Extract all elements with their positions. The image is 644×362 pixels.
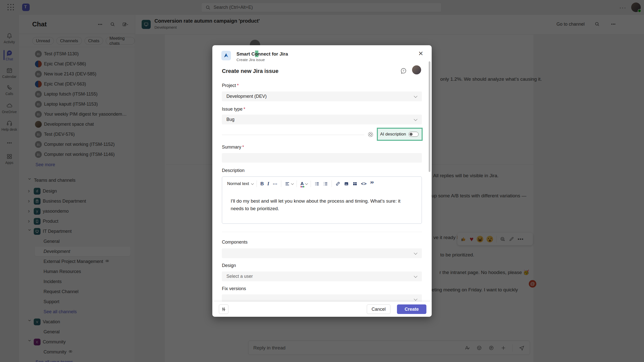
dialog-title: Create new Jira issue <box>222 68 278 74</box>
table-button[interactable] <box>352 181 357 186</box>
chevron-down-icon <box>291 182 294 185</box>
align-dropdown[interactable] <box>285 181 293 186</box>
create-jira-issue-dialog: Smart Connect for Jira Create Jira issue… <box>212 45 432 317</box>
assignee-avatar[interactable] <box>412 65 421 74</box>
editor-toolbar: Normal text B I ⋯ A <> ” <box>222 177 422 191</box>
cancel-button[interactable]: Cancel <box>367 304 390 314</box>
app-name: Smart Connect for Jira <box>236 51 288 57</box>
design-label: Design <box>222 263 236 268</box>
section-divider <box>222 135 364 135</box>
smart-connect-app-icon <box>221 51 231 60</box>
description-editor[interactable]: Normal text B I ⋯ A <> ” I'll do my best <box>222 176 422 224</box>
gear-icon[interactable] <box>367 131 374 139</box>
feedback-icon[interactable]: ? <box>400 67 407 75</box>
create-button[interactable]: Create <box>397 304 426 314</box>
ai-description-toggle[interactable] <box>409 132 419 137</box>
section-divider <box>222 232 422 232</box>
components-label: Components <box>222 240 248 245</box>
modal-scrollbar[interactable] <box>429 61 430 172</box>
italic-button[interactable]: I <box>267 181 269 187</box>
components-select[interactable] <box>222 248 422 258</box>
fix-versions-label: Fix versions <box>222 286 246 291</box>
summary-input[interactable] <box>222 153 422 163</box>
code-button[interactable]: <> <box>361 181 367 187</box>
issue-type-select[interactable]: Bug <box>222 115 422 124</box>
chevron-down-icon <box>251 182 254 185</box>
sliders-icon <box>221 307 226 312</box>
formatting-more-button[interactable]: ⋯ <box>273 181 277 187</box>
bold-button[interactable]: B <box>260 181 264 187</box>
issue-type-label: Issue type* <box>222 107 245 112</box>
text-color-dropdown[interactable]: A <box>300 181 307 187</box>
quote-button[interactable]: ” <box>370 182 374 186</box>
text-style-dropdown[interactable]: Normal text <box>227 181 253 186</box>
design-select[interactable]: Select a user <box>222 272 422 281</box>
teams-app: Search (Ctrl+Alt+E) ··· Activity Chat Ca… <box>0 0 644 362</box>
summary-label: Summary* <box>222 145 244 150</box>
ai-description-highlight: AI description <box>377 128 423 141</box>
chevron-down-icon <box>305 182 308 185</box>
link-button[interactable] <box>335 181 340 186</box>
project-label: Project* <box>222 83 239 88</box>
dialog-footer: Cancel Create <box>212 302 432 317</box>
svg-text:?: ? <box>403 69 404 72</box>
bullet-list-button[interactable] <box>314 181 319 186</box>
description-label: Description <box>222 168 245 173</box>
project-select[interactable]: Development (DEV) <box>222 92 422 101</box>
app-subtitle: Create Jira issue <box>236 58 265 62</box>
close-icon[interactable]: × <box>418 49 423 57</box>
advanced-fields-button[interactable] <box>219 304 228 314</box>
description-text[interactable]: I'll do my best and will let you know ab… <box>222 191 418 212</box>
numbered-list-button[interactable] <box>323 181 328 186</box>
image-button[interactable] <box>344 181 349 186</box>
ai-description-label: AI description <box>380 132 406 137</box>
